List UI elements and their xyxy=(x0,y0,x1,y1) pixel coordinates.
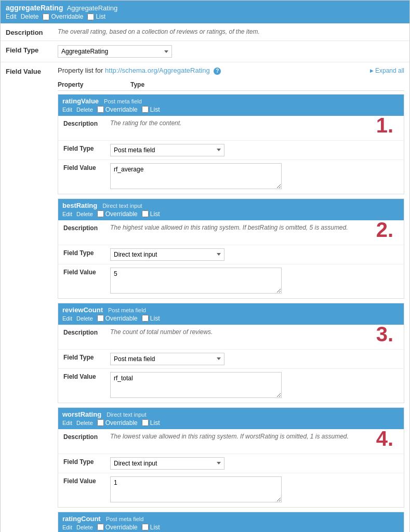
sub-value-row-ratingValue: Field Value rf_average xyxy=(58,160,404,194)
sub-edit-link-reviewCount[interactable]: Edit xyxy=(62,315,72,322)
field-value-row: Field Value Property list for http://sch… xyxy=(1,62,409,532)
sub-list-label-reviewCount[interactable]: List xyxy=(142,315,160,322)
sub-property-body-reviewCount: Description The count of total number of… xyxy=(58,325,404,403)
number-label-worstRating: 4. xyxy=(376,427,393,450)
sub-overridable-label-bestRating[interactable]: Overridable xyxy=(97,210,138,218)
sub-property-ratingValue: ratingValue Post meta field Edit Delete … xyxy=(58,94,404,194)
sub-edit-link-bestRating[interactable]: Edit xyxy=(62,211,72,217)
sub-delete-link-ratingValue[interactable]: Delete xyxy=(76,107,93,113)
sub-delete-link-worstRating[interactable]: Delete xyxy=(76,420,93,426)
header-delete-link[interactable]: Delete xyxy=(21,13,39,20)
sub-overridable-label-reviewCount[interactable]: Overridable xyxy=(97,315,138,322)
header-list-checkbox[interactable] xyxy=(87,14,94,20)
col-property-header: Property xyxy=(58,81,130,88)
sub-type-select-worstRating[interactable]: Direct text input xyxy=(110,457,224,470)
sub-type-select-reviewCount[interactable]: Post meta field xyxy=(110,353,224,365)
description-label: Description xyxy=(6,28,58,36)
sub-list-label-ratingValue[interactable]: List xyxy=(142,106,160,113)
sub-value-label-bestRating: Field Value xyxy=(63,268,110,276)
property-list-url[interactable]: http://schema.org/AggregateRating xyxy=(105,66,210,74)
sub-overridable-checkbox-ratingCount[interactable] xyxy=(97,524,104,530)
sub-header-controls-ratingValue: Edit Delete Overridable List xyxy=(62,106,400,113)
field-type-select[interactable]: AggregateRating xyxy=(58,45,172,58)
sub-edit-link-ratingCount[interactable]: Edit xyxy=(62,524,72,530)
sub-edit-link-worstRating[interactable]: Edit xyxy=(62,420,72,426)
field-type-label: Field Type xyxy=(6,45,58,54)
property-list-prefix: Property list for xyxy=(58,66,103,74)
sub-header-controls-ratingCount: Edit Delete Overridable List xyxy=(62,524,400,531)
sub-property-body-worstRating: Description The lowest value allowed in … xyxy=(58,429,404,507)
sub-type-row-reviewCount: Field Type Post meta field xyxy=(58,350,404,369)
sub-value-label-reviewCount: Field Value xyxy=(63,372,110,380)
sub-value-textarea-ratingValue[interactable]: rf_average xyxy=(110,163,282,189)
property-list-title: Property list for http://schema.org/Aggr… xyxy=(58,66,221,75)
sub-header-controls-bestRating: Edit Delete Overridable List xyxy=(62,210,400,218)
header-list-label[interactable]: List xyxy=(87,13,105,20)
sub-overridable-checkbox-reviewCount[interactable] xyxy=(97,315,104,322)
sub-value-textarea-worstRating[interactable]: 1 xyxy=(110,476,282,502)
field-type-row: Field Type AggregateRating xyxy=(1,41,409,62)
sub-list-label-ratingCount[interactable]: List xyxy=(142,524,160,531)
property-list-header: Property list for http://schema.org/Aggr… xyxy=(58,66,404,75)
sub-desc-row-reviewCount: Description The count of total number of… xyxy=(58,325,404,350)
sub-value-textarea-reviewCount[interactable]: rf_total xyxy=(110,372,282,398)
sub-value-row-reviewCount: Field Value rf_total xyxy=(58,369,404,403)
sub-property-type-ratingCount: Post meta field xyxy=(106,516,144,522)
help-icon[interactable]: ? xyxy=(214,68,221,75)
sub-property-name-ratingValue: ratingValue xyxy=(62,97,99,105)
sub-property-bestRating: bestRating Direct text input Edit Delete… xyxy=(58,198,404,299)
sub-type-select-ratingValue[interactable]: Post meta field xyxy=(110,144,224,156)
sub-list-label-worstRating[interactable]: List xyxy=(142,419,160,427)
sub-list-checkbox-worstRating[interactable] xyxy=(142,419,149,426)
page-wrapper: aggregateRating AggregateRating Edit Del… xyxy=(0,0,410,532)
sub-list-checkbox-ratingCount[interactable] xyxy=(142,524,149,530)
sub-property-body-ratingValue: Description The rating for the content. … xyxy=(58,116,404,194)
sub-type-label-worstRating: Field Type xyxy=(63,457,110,466)
sub-edit-link-ratingValue[interactable]: Edit xyxy=(62,107,72,113)
sub-type-content-bestRating: Direct text input xyxy=(110,248,399,261)
sub-list-checkbox-ratingValue[interactable] xyxy=(142,106,149,113)
sub-type-label-bestRating: Field Type xyxy=(63,248,110,257)
sub-property-name-reviewCount: reviewCount xyxy=(62,306,103,314)
sub-desc-row-ratingValue: Description The rating for the content. … xyxy=(58,116,404,141)
sub-desc-label-bestRating: Description xyxy=(63,223,110,232)
sub-delete-link-ratingCount[interactable]: Delete xyxy=(76,524,93,530)
sub-value-label-ratingValue: Field Value xyxy=(63,163,110,171)
sub-property-name-bestRating: bestRating xyxy=(62,202,97,209)
sub-list-checkbox-bestRating[interactable] xyxy=(142,210,149,217)
description-text: The overall rating, based on a collectio… xyxy=(58,28,260,35)
header-overridable-label[interactable]: Overridable xyxy=(43,13,83,20)
sub-desc-text-reviewCount: The count of total number of reviews. xyxy=(110,328,213,336)
sub-value-label-worstRating: Field Value xyxy=(63,476,110,485)
sub-delete-link-bestRating[interactable]: Delete xyxy=(76,211,93,217)
sub-list-checkbox-reviewCount[interactable] xyxy=(142,315,149,322)
sub-delete-link-reviewCount[interactable]: Delete xyxy=(76,315,93,322)
sub-overridable-checkbox-bestRating[interactable] xyxy=(97,210,104,217)
sub-overridable-label-worstRating[interactable]: Overridable xyxy=(97,419,138,427)
sub-overridable-checkbox-ratingValue[interactable] xyxy=(97,106,104,113)
main-content: Description The overall rating, based on… xyxy=(1,23,409,532)
sub-properties-container: ratingValue Post meta field Edit Delete … xyxy=(58,94,404,533)
sub-property-body-bestRating: Description The highest value allowed in… xyxy=(58,220,404,298)
sub-property-header-reviewCount: reviewCount Post meta field Edit Delete … xyxy=(58,303,404,325)
sub-value-content-bestRating: 5 xyxy=(110,268,399,295)
sub-desc-text-ratingValue: The rating for the content. xyxy=(110,119,181,127)
sub-property-header-worstRating: worstRating Direct text input Edit Delet… xyxy=(58,408,404,429)
header-controls: Edit Delete Overridable List xyxy=(6,13,404,20)
header-edit-link[interactable]: Edit xyxy=(6,13,17,20)
sub-overridable-label-ratingCount[interactable]: Overridable xyxy=(97,524,138,531)
expand-all-button[interactable]: Expand all xyxy=(370,67,404,74)
sub-header-controls-reviewCount: Edit Delete Overridable List xyxy=(62,315,400,322)
header-overridable-checkbox[interactable] xyxy=(43,14,49,20)
sub-desc-label-worstRating: Description xyxy=(63,432,110,441)
sub-type-content-reviewCount: Post meta field xyxy=(110,353,399,365)
sub-value-textarea-bestRating[interactable]: 5 xyxy=(110,268,282,294)
sub-overridable-checkbox-worstRating[interactable] xyxy=(97,419,104,426)
description-content: The overall rating, based on a collectio… xyxy=(58,28,404,35)
sub-overridable-label-ratingValue[interactable]: Overridable xyxy=(97,106,138,113)
sub-type-row-ratingValue: Field Type Post meta field xyxy=(58,141,404,160)
sub-value-row-worstRating: Field Value 1 xyxy=(58,473,404,507)
sub-property-worstRating: worstRating Direct text input Edit Delet… xyxy=(58,407,404,508)
sub-list-label-bestRating[interactable]: List xyxy=(142,210,160,218)
sub-type-select-bestRating[interactable]: Direct text input xyxy=(110,248,224,261)
